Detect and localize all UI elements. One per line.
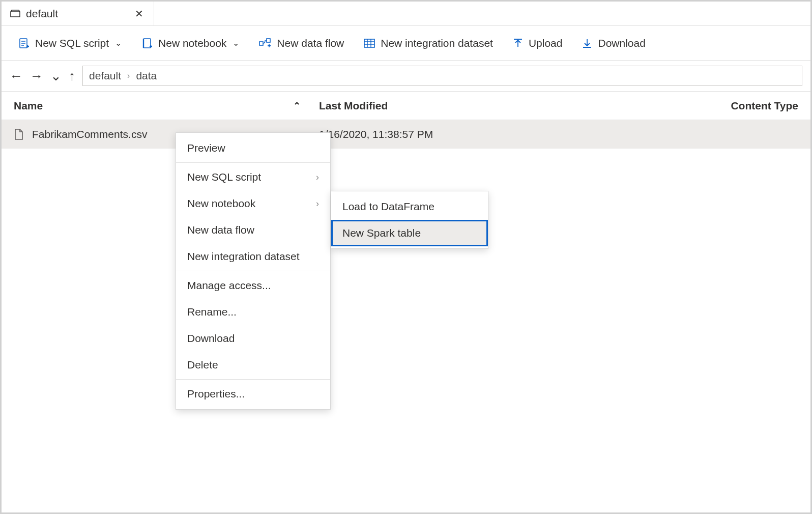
context-menu-preview[interactable]: Preview [176, 135, 330, 161]
context-menu-new-integration-dataset[interactable]: New integration dataset [176, 243, 330, 270]
context-menu-properties[interactable]: Properties... [176, 381, 330, 407]
breadcrumb[interactable]: default › data [82, 66, 802, 86]
new-sql-script-button[interactable]: New SQL script ⌄ [18, 37, 122, 49]
nav-up-icon[interactable]: ↑ [69, 69, 75, 82]
menu-separator [176, 271, 330, 271]
chevron-right-icon: › [127, 71, 130, 80]
toolbar-label: New integration dataset [381, 37, 493, 49]
context-submenu-new-notebook: Load to DataFrame New Spark table [331, 191, 488, 249]
toolbar: New SQL script ⌄ New notebook ⌄ New data… [2, 26, 810, 61]
file-icon [14, 128, 24, 140]
data-flow-icon [258, 37, 272, 49]
column-header-name[interactable]: Name ⌃ [14, 100, 319, 112]
context-menu-new-sql-script[interactable]: New SQL script › [176, 164, 330, 190]
toolbar-label: New data flow [277, 37, 344, 49]
column-header-content-type[interactable]: Content Type [614, 100, 798, 112]
submenu-load-to-dataframe[interactable]: Load to DataFrame [331, 193, 488, 220]
context-menu-new-notebook[interactable]: New notebook › [176, 190, 330, 217]
context-menu-manage-access[interactable]: Manage access... [176, 272, 330, 299]
nav-back-icon[interactable]: ← [10, 69, 23, 82]
toolbar-label: Download [598, 37, 645, 49]
breadcrumb-segment[interactable]: default [89, 70, 121, 82]
chevron-right-icon: › [316, 198, 319, 209]
notebook-icon [141, 37, 153, 49]
new-integration-dataset-button[interactable]: New integration dataset [363, 37, 493, 49]
nav-recent-icon[interactable]: ⌄ [50, 69, 62, 82]
upload-icon [512, 38, 524, 49]
svg-rect-1 [143, 39, 151, 48]
download-button[interactable]: Download [582, 37, 645, 49]
sql-script-icon [18, 37, 30, 49]
tab-default[interactable]: default ✕ [2, 2, 154, 25]
context-menu-download[interactable]: Download [176, 325, 330, 352]
menu-separator [176, 162, 330, 163]
context-menu-new-data-flow[interactable]: New data flow [176, 217, 330, 243]
toolbar-label: Upload [529, 37, 563, 49]
submenu-new-spark-table[interactable]: New Spark table [331, 220, 488, 246]
context-menu-rename[interactable]: Rename... [176, 299, 330, 325]
svg-rect-3 [267, 39, 270, 42]
column-header-last-modified[interactable]: Last Modified [319, 100, 614, 112]
upload-button[interactable]: Upload [512, 37, 563, 49]
svg-rect-2 [259, 42, 263, 45]
menu-separator [176, 379, 330, 380]
context-menu-delete[interactable]: Delete [176, 352, 330, 378]
sort-ascending-icon: ⌃ [293, 100, 301, 111]
file-name: FabrikamComments.csv [32, 128, 147, 140]
nav-forward-icon[interactable]: → [30, 69, 43, 82]
tab-bar: default ✕ [2, 2, 810, 26]
toolbar-label: New SQL script [35, 37, 109, 49]
breadcrumb-segment[interactable]: data [136, 70, 157, 82]
table-row[interactable]: FabrikamComments.csv 1/16/2020, 11:38:57… [2, 120, 810, 149]
new-notebook-button[interactable]: New notebook ⌄ [141, 37, 239, 49]
tab-title: default [26, 8, 58, 20]
dataset-icon [363, 38, 375, 49]
context-menu: Preview New SQL script › New notebook › … [176, 132, 331, 410]
close-icon[interactable]: ✕ [133, 8, 146, 20]
download-icon [582, 38, 593, 49]
toolbar-label: New notebook [158, 37, 226, 49]
container-icon [10, 10, 21, 18]
chevron-down-icon: ⌄ [115, 38, 122, 48]
svg-rect-4 [364, 39, 374, 47]
table-header: Name ⌃ Last Modified Content Type [2, 92, 810, 120]
chevron-down-icon: ⌄ [233, 38, 239, 48]
chevron-right-icon: › [316, 172, 319, 183]
file-last-modified: 1/16/2020, 11:38:57 PM [319, 128, 614, 140]
new-data-flow-button[interactable]: New data flow [258, 37, 344, 49]
navigation-row: ← → ⌄ ↑ default › data [2, 61, 810, 92]
